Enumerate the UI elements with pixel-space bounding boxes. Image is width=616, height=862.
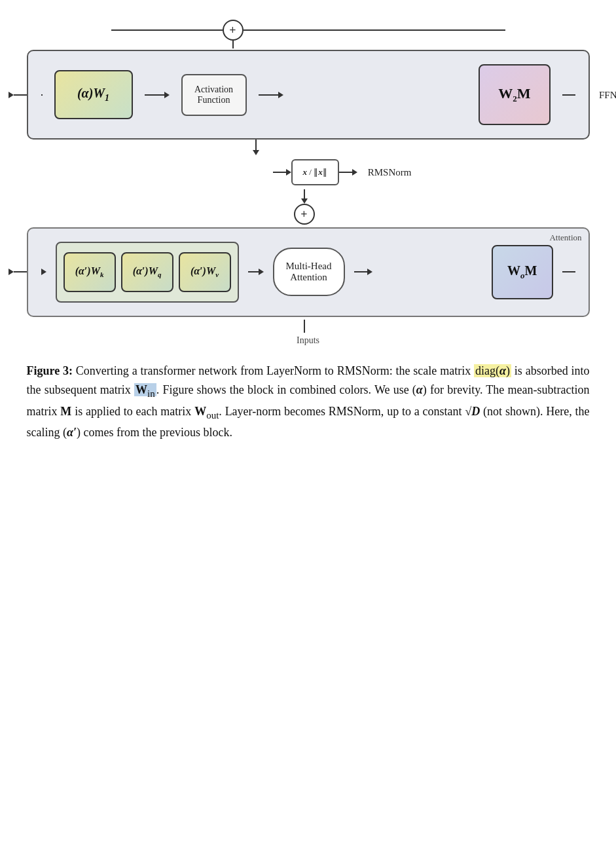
attention-label: Attention — [549, 233, 581, 243]
multihead-attention-block: Multi-HeadAttention — [273, 248, 345, 296]
rmsnorm-block: x / ‖x‖ — [291, 159, 339, 185]
w-prime-q-block: (α′)Wq — [121, 252, 173, 291]
mid-plus-circle: + — [294, 204, 315, 225]
w-prime-k-block: (α′)Wk — [63, 252, 116, 291]
top-plus-circle: + — [223, 20, 244, 41]
ffn-block: (α)W1 ActivationFunction — [27, 50, 590, 140]
rmsnorm-label: RMSNorm — [368, 167, 412, 178]
activation-text: ActivationFunction — [194, 84, 233, 105]
w-prime-v-block: (α′)Wv — [179, 252, 231, 291]
attention-block: Attention (α′)Wk (α′)Wq — [27, 227, 590, 316]
w2m-block: W2M — [479, 64, 550, 125]
figure-caption: Figure 3: Converting a transformer netwo… — [27, 362, 590, 443]
attention-matrices-group: (α′)Wk (α′)Wq (α′)Wv — [56, 242, 239, 302]
w-in: Win — [134, 383, 156, 396]
diagram-wrapper: + (α)W1 — [27, 20, 590, 346]
diag-alpha: diag(α) — [474, 364, 511, 377]
wom-block: WoM — [492, 245, 553, 299]
inputs-label: Inputs — [27, 335, 590, 346]
ffn-label: FFN — [599, 89, 616, 100]
figure-label: Figure 3: — [27, 364, 73, 377]
activation-block: ActivationFunction — [181, 74, 247, 116]
w1-block: (α)W1 — [54, 70, 133, 119]
